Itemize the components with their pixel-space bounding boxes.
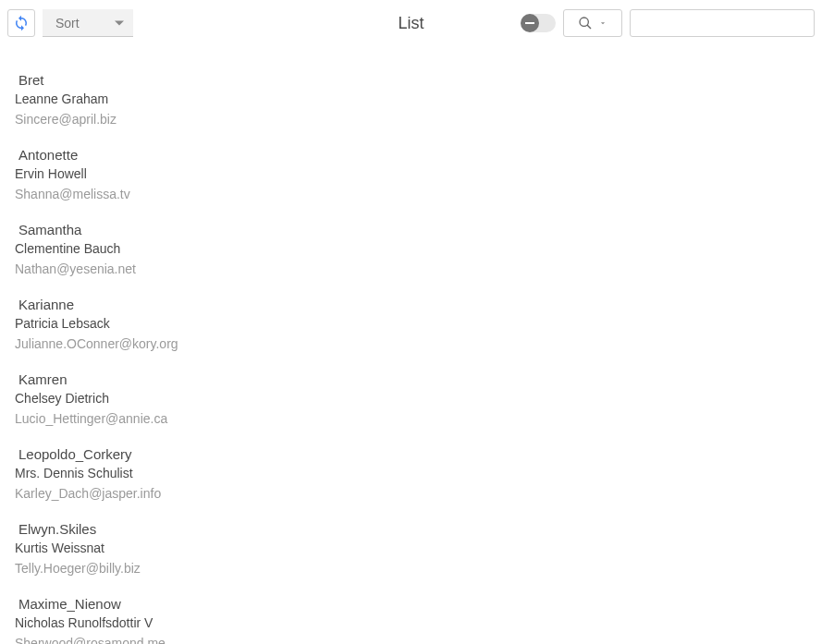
user-name: Leanne Graham (15, 91, 815, 106)
user-name: Patricia Lebsack (15, 316, 815, 331)
user-email: Karley_Dach@jasper.info (15, 486, 815, 501)
toolbar: Sort List (0, 0, 822, 44)
user-username: Leopoldo_Corkery (15, 446, 815, 462)
user-email: Telly.Hoeger@billy.biz (15, 561, 815, 576)
user-email: Nathan@yesenia.net (15, 261, 815, 276)
chevron-down-icon (115, 20, 124, 25)
list-item[interactable]: Leopoldo_Corkery Mrs. Dennis Schulist Ka… (15, 446, 815, 501)
user-email: Sincere@april.biz (15, 112, 815, 127)
user-username: Karianne (15, 297, 815, 312)
list-item[interactable]: Samantha Clementine Bauch Nathan@yesenia… (15, 222, 815, 276)
user-name: Kurtis Weissnat (15, 541, 815, 555)
user-name: Clementine Bauch (15, 241, 815, 256)
list-item[interactable]: Maxime_Nienow Nicholas Runolfsdottir V S… (15, 596, 815, 644)
sort-button-label: Sort (55, 16, 80, 30)
search-icon (578, 16, 593, 30)
user-username: Samantha (15, 222, 815, 237)
user-name: Nicholas Runolfsdottir V (15, 615, 815, 630)
page-title: List (398, 14, 423, 33)
user-email: Julianne.OConner@kory.org (15, 336, 815, 351)
chevron-down-icon (598, 18, 607, 28)
svg-line-1 (587, 25, 591, 29)
refresh-button[interactable] (7, 9, 35, 37)
list-item[interactable]: Kamren Chelsey Dietrich Lucio_Hettinger@… (15, 371, 815, 426)
user-username: Maxime_Nienow (15, 596, 815, 612)
filter-toggle[interactable] (522, 14, 556, 32)
user-name: Mrs. Dennis Schulist (15, 466, 815, 480)
search-input[interactable] (630, 9, 815, 37)
remove-icon (521, 14, 539, 32)
refresh-icon (13, 15, 30, 31)
list-item[interactable]: Antonette Ervin Howell Shanna@melissa.tv (15, 147, 815, 201)
user-email: Lucio_Hettinger@annie.ca (15, 411, 815, 426)
user-list: Bret Leanne Graham Sincere@april.biz Ant… (0, 44, 822, 644)
list-item[interactable]: Bret Leanne Graham Sincere@april.biz (15, 72, 815, 127)
search-mode-button[interactable] (563, 9, 622, 37)
user-username: Kamren (15, 371, 815, 387)
user-email: Shanna@melissa.tv (15, 187, 815, 201)
user-email: Sherwood@rosamond.me (15, 636, 815, 644)
svg-point-0 (580, 18, 588, 26)
user-username: Antonette (15, 147, 815, 163)
sort-button[interactable]: Sort (43, 9, 133, 37)
user-username: Bret (15, 72, 815, 88)
user-username: Elwyn.Skiles (15, 521, 815, 537)
toolbar-right (522, 9, 815, 37)
list-item[interactable]: Karianne Patricia Lebsack Julianne.OConn… (15, 297, 815, 351)
list-item[interactable]: Elwyn.Skiles Kurtis Weissnat Telly.Hoege… (15, 521, 815, 576)
user-name: Ervin Howell (15, 166, 815, 181)
user-name: Chelsey Dietrich (15, 391, 815, 406)
